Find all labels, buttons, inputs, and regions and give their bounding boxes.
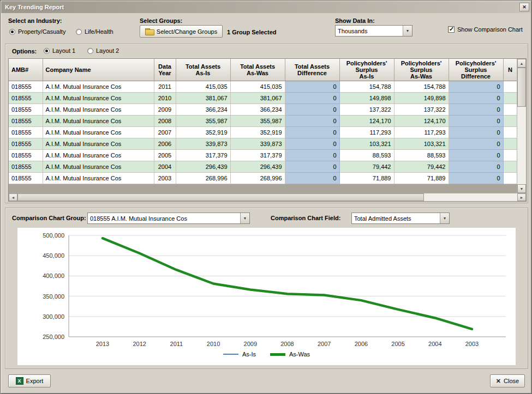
table-cell[interactable]: 0: [449, 172, 503, 184]
table-cell[interactable]: A.I.M. Mutual Insurance Cos: [43, 92, 154, 104]
scroll-right-icon[interactable]: ►: [517, 193, 526, 201]
table-cell[interactable]: 0: [449, 138, 503, 149]
comparison-chart-field-combobox[interactable]: Total Admitted Assets ▼: [351, 213, 450, 224]
scroll-up-icon[interactable]: ▲: [517, 59, 526, 68]
table-cell[interactable]: A.I.M. Mutual Insurance Cos: [43, 149, 154, 161]
comparison-chart-group-combobox[interactable]: 018555 A.I.M. Mutual Insurance Cos ▼: [87, 213, 250, 224]
table-cell[interactable]: 317,379: [176, 149, 230, 161]
table-cell[interactable]: 366,234: [230, 104, 285, 115]
table-cell[interactable]: 296,439: [230, 161, 285, 172]
table-cell[interactable]: 268,996: [230, 172, 285, 184]
table-cell[interactable]: 71,889: [394, 172, 449, 184]
table-cell[interactable]: 149,898: [339, 92, 394, 104]
table-cell[interactable]: 339,873: [176, 138, 230, 149]
table-cell[interactable]: A.I.M. Mutual Insurance Cos: [43, 104, 154, 115]
scroll-left-icon[interactable]: ◄: [9, 193, 17, 201]
table-row[interactable]: 018555A.I.M. Mutual Insurance Cos2004296…: [9, 161, 517, 172]
table-cell[interactable]: 0: [285, 115, 339, 126]
radio-layout-2[interactable]: Layout 2: [87, 47, 119, 54]
table-cell[interactable]: 79,442: [394, 161, 449, 172]
table-cell[interactable]: A.I.M. Mutual Insurance Cos: [43, 126, 154, 138]
table-cell[interactable]: A.I.M. Mutual Insurance Cos: [43, 138, 154, 149]
table-cell[interactable]: 0: [449, 104, 503, 115]
table-cell[interactable]: 0: [285, 138, 339, 149]
table-cell[interactable]: [503, 172, 517, 184]
radio-life-health[interactable]: Life/Health: [76, 28, 113, 35]
table-cell[interactable]: 154,788: [394, 81, 449, 92]
table-cell[interactable]: 2006: [154, 138, 176, 149]
horizontal-scrollbar[interactable]: ◄ ►: [9, 193, 526, 201]
table-cell[interactable]: 0: [285, 81, 339, 92]
col-header-company-name[interactable]: Company Name: [43, 59, 154, 81]
table-cell[interactable]: 018555: [9, 172, 43, 184]
table-cell[interactable]: 137,322: [339, 104, 394, 115]
table-cell[interactable]: 352,919: [176, 126, 230, 138]
show-comparison-chart-checkbox[interactable]: Show Comparison Chart: [448, 26, 523, 33]
radio-property-casualty[interactable]: Property/Casualty: [9, 28, 65, 35]
vertical-scrollbar[interactable]: ▲ ▼: [517, 59, 526, 193]
scroll-down-icon[interactable]: ▼: [517, 184, 526, 193]
table-cell[interactable]: 88,593: [339, 149, 394, 161]
table-cell[interactable]: 137,322: [394, 104, 449, 115]
table-cell[interactable]: [503, 149, 517, 161]
table-cell[interactable]: 415,035: [230, 81, 285, 92]
col-header-data-year[interactable]: Data Year: [154, 59, 176, 81]
table-cell[interactable]: 124,170: [339, 115, 394, 126]
close-icon[interactable]: ✕: [519, 3, 529, 11]
table-cell[interactable]: [503, 161, 517, 172]
col-header-amb[interactable]: AMB#: [9, 59, 43, 81]
table-cell[interactable]: 154,788: [339, 81, 394, 92]
table-cell[interactable]: 2007: [154, 126, 176, 138]
table-cell[interactable]: 0: [285, 149, 339, 161]
table-row[interactable]: 018555A.I.M. Mutual Insurance Cos2009366…: [9, 104, 517, 115]
table-cell[interactable]: 124,170: [394, 115, 449, 126]
table-cell[interactable]: 352,919: [230, 126, 285, 138]
table-cell[interactable]: 268,996: [176, 172, 230, 184]
export-button[interactable]: X Export: [8, 374, 51, 387]
col-header-surplus-as-is[interactable]: Policyholders' Surplus As-Is: [339, 59, 394, 81]
table-cell[interactable]: 0: [285, 161, 339, 172]
table-cell[interactable]: 0: [285, 126, 339, 138]
table-cell[interactable]: [503, 115, 517, 126]
table-cell[interactable]: [503, 126, 517, 138]
table-cell[interactable]: A.I.M. Mutual Insurance Cos: [43, 81, 154, 92]
table-cell[interactable]: 0: [285, 92, 339, 104]
table-cell[interactable]: 0: [449, 92, 503, 104]
table-cell[interactable]: 71,889: [339, 172, 394, 184]
table-cell[interactable]: 0: [285, 104, 339, 115]
table-row[interactable]: 018555A.I.M. Mutual Insurance Cos2006339…: [9, 138, 517, 149]
table-cell[interactable]: 117,293: [394, 126, 449, 138]
vertical-scroll-thumb[interactable]: [517, 68, 526, 107]
table-cell[interactable]: A.I.M. Mutual Insurance Cos: [43, 115, 154, 126]
table-cell[interactable]: 88,593: [394, 149, 449, 161]
table-row[interactable]: 018555A.I.M. Mutual Insurance Cos2010381…: [9, 92, 517, 104]
table-cell[interactable]: 018555: [9, 138, 43, 149]
table-cell[interactable]: 2005: [154, 149, 176, 161]
table-cell[interactable]: 2009: [154, 104, 176, 115]
table-cell[interactable]: A.I.M. Mutual Insurance Cos: [43, 161, 154, 172]
table-cell[interactable]: 355,987: [176, 115, 230, 126]
table-cell[interactable]: 018555: [9, 126, 43, 138]
table-cell[interactable]: 355,987: [230, 115, 285, 126]
table-cell[interactable]: 381,067: [230, 92, 285, 104]
table-row[interactable]: 018555A.I.M. Mutual Insurance Cos2007352…: [9, 126, 517, 138]
col-header-total-assets-difference[interactable]: Total Assets Difference: [285, 59, 339, 81]
show-data-in-combobox[interactable]: Thousands ▼: [335, 25, 413, 37]
table-cell[interactable]: 117,293: [339, 126, 394, 138]
col-header-surplus-as-was[interactable]: Policyholders' Surplus As-Was: [394, 59, 449, 81]
table-cell[interactable]: 317,379: [230, 149, 285, 161]
table-cell[interactable]: 2003: [154, 172, 176, 184]
col-header-total-assets-as-is[interactable]: Total Assets As-Is: [176, 59, 230, 81]
table-cell[interactable]: 79,442: [339, 161, 394, 172]
table-cell[interactable]: 0: [449, 81, 503, 92]
table-cell[interactable]: 0: [449, 161, 503, 172]
table-cell[interactable]: 381,067: [176, 92, 230, 104]
table-cell[interactable]: 018555: [9, 92, 43, 104]
table-cell[interactable]: 0: [449, 149, 503, 161]
table-cell[interactable]: 018555: [9, 115, 43, 126]
table-cell[interactable]: 366,234: [176, 104, 230, 115]
table-cell[interactable]: 018555: [9, 149, 43, 161]
table-cell[interactable]: 2008: [154, 115, 176, 126]
table-cell[interactable]: 296,439: [176, 161, 230, 172]
radio-layout-1[interactable]: Layout 1: [44, 47, 75, 54]
